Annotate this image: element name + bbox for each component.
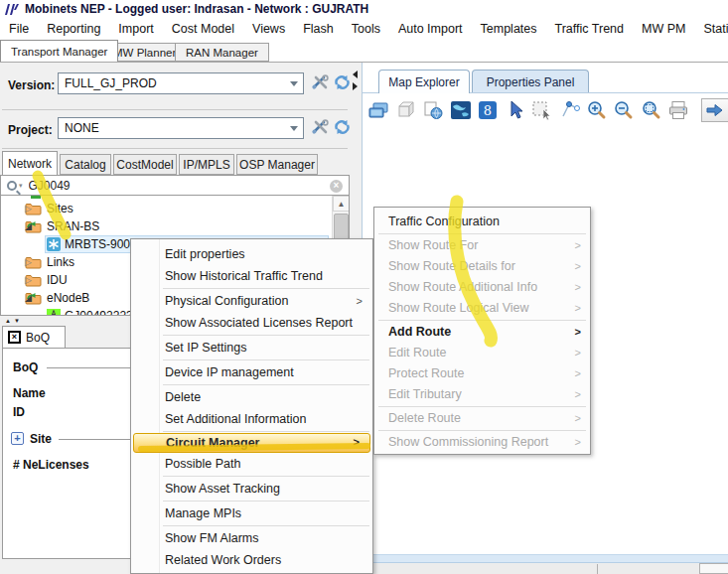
resize-grip[interactable] (699, 563, 728, 574)
project-refresh-icon[interactable] (332, 118, 352, 136)
submenu-item-edit-route: Edit Route > (374, 343, 590, 363)
project-combobox[interactable]: NONE (58, 117, 304, 139)
menu-item-physical-configuration[interactable]: Physical Configuration > (131, 290, 372, 312)
paste-map-icon[interactable] (421, 98, 445, 122)
collapse-right-icon[interactable] (353, 82, 358, 90)
tab-catalog[interactable]: Catalog (60, 154, 111, 175)
expand-plus-icon[interactable]: + (11, 432, 24, 445)
submenu-item-show-route-details-for: Show Route Details for > (374, 256, 590, 277)
scroll-up-icon[interactable]: ▲ (333, 196, 350, 212)
close-icon[interactable]: × (8, 331, 21, 344)
tab-map-explorer[interactable]: Map Explorer (378, 70, 470, 93)
folder-icon (25, 256, 42, 269)
select-area-icon[interactable] (530, 98, 554, 122)
menu-item-device-ip-management[interactable]: Device IP management (131, 361, 372, 383)
chevron-down-icon[interactable] (285, 118, 303, 138)
menu-cost-model[interactable]: Cost Model (163, 22, 243, 36)
tree-item-sites[interactable]: Sites (1, 200, 329, 217)
menu-import[interactable]: Import (109, 22, 162, 36)
google-earth-icon[interactable]: 8 (476, 98, 500, 122)
menu-static-elements[interactable]: Static Elements (694, 22, 728, 36)
submenu-arrow-icon: > (575, 256, 581, 277)
menu-item-label: Delete Route (388, 411, 461, 425)
zoom-out-icon[interactable] (612, 98, 636, 122)
menu-item-set-additional-information[interactable]: Set Additional Information (131, 408, 372, 430)
menu-item-show-asset-tracking[interactable]: Show Asset Tracking (131, 478, 372, 500)
tab-osp-manager[interactable]: OSP Manager (236, 154, 318, 175)
zoom-in-icon[interactable] (585, 98, 609, 122)
chevron-down-icon[interactable] (285, 73, 303, 93)
menu-item-related-work-orders[interactable]: Related Work Orders (131, 549, 372, 571)
tree-search-box: ▾ × (0, 175, 350, 196)
pointer-icon[interactable] (503, 98, 526, 122)
menu-item-show-fm-alarms[interactable]: Show FM Alarms (131, 527, 372, 549)
search-clear-icon[interactable]: × (330, 180, 343, 193)
tree-item-sran-bs[interactable]: SRAN-BS (1, 217, 329, 235)
layers-icon[interactable] (366, 98, 390, 122)
export-icon[interactable] (701, 98, 728, 122)
radio-site-icon (47, 237, 61, 251)
tree-item-label: Links (47, 255, 74, 269)
version-refresh-icon[interactable] (332, 73, 352, 91)
print-icon[interactable] (666, 98, 690, 122)
world-map-icon[interactable] (448, 98, 472, 122)
menu-item-edit-properties[interactable]: Edit properties (131, 243, 372, 265)
tab-properties-panel[interactable]: Properties Panel (472, 70, 589, 93)
search-input[interactable] (29, 179, 307, 193)
menu-item-delete[interactable]: Delete (131, 386, 372, 408)
zoom-fit-icon[interactable] (640, 98, 663, 122)
menu-reporting[interactable]: Reporting (38, 22, 109, 36)
app-logo-icon (4, 3, 19, 16)
clipped-tree-row (31, 196, 41, 199)
menu-views[interactable]: Views (243, 22, 294, 36)
map-horizontal-scrollbar[interactable] (363, 554, 728, 563)
collapse-left-icon[interactable] (353, 71, 358, 78)
menu-item-manage-mpis[interactable]: Manage MPIs (131, 502, 372, 524)
submenu-item-show-route-additional-info: Show Route Additional Info > (374, 277, 590, 298)
tab-costmodel[interactable]: CostModel (113, 154, 177, 175)
boq-site-label: Site (30, 432, 52, 446)
map-toolbar: 8 (366, 95, 728, 125)
menu-flash[interactable]: Flash (294, 22, 343, 36)
folder-sync-icon (25, 220, 42, 233)
submenu-item-add-route[interactable]: Add Route > (374, 322, 590, 343)
menu-item-label: Show Route Logical View (388, 301, 529, 315)
menu-item-show-associated-licenses-report[interactable]: Show Associated Licenses Report (131, 312, 372, 334)
tab-boq[interactable]: × BoQ (2, 326, 66, 348)
submenu-arrow-icon: > (575, 322, 581, 343)
submenu-arrow-icon: > (354, 433, 360, 451)
submenu-item-delete-route: Delete Route > (374, 408, 590, 429)
version-combobox[interactable]: FULL_GJ_PROD (58, 72, 304, 94)
3d-view-icon[interactable] (393, 98, 417, 122)
menu-item-set-ip-settings[interactable]: Set IP Settings (131, 337, 372, 359)
tab-network[interactable]: Network (2, 151, 58, 175)
submenu-item-edit-tributary: Edit Tributary > (374, 384, 590, 405)
tower-icon (47, 309, 61, 316)
version-tools-icon[interactable] (310, 73, 330, 91)
project-tools-icon[interactable] (310, 118, 330, 136)
menu-mw-pm[interactable]: MW PM (633, 22, 694, 36)
menu-item-circuit-manager[interactable]: Circuit Manager > (133, 433, 370, 453)
menu-file[interactable]: File (0, 22, 38, 36)
search-options-chevron-icon[interactable]: ▾ (19, 182, 23, 190)
submenu-item-traffic-configuration[interactable]: Traffic Configuration (374, 212, 590, 232)
menu-item-show-historical-traffic-trend[interactable]: Show Historical Traffic Trend (131, 265, 372, 287)
menu-auto-import[interactable]: Auto Import (389, 22, 472, 36)
menu-traffic-trend[interactable]: Traffic Trend (546, 22, 633, 36)
menu-item-label: Show Route For (388, 238, 478, 252)
draw-link-icon[interactable] (557, 98, 581, 122)
menu-templates[interactable]: Templates (472, 22, 546, 36)
tree-item-label: IDU (47, 273, 68, 287)
tab-transport-manager[interactable]: Transport Manager (0, 40, 118, 62)
tab-ran-manager[interactable]: RAN Manager (175, 43, 269, 62)
menu-tools[interactable]: Tools (343, 22, 389, 36)
tab-ip-mpls[interactable]: IP/MPLS (179, 154, 234, 175)
folder-icon (25, 274, 42, 287)
search-icon[interactable] (7, 181, 17, 191)
submenu-arrow-icon: > (575, 343, 581, 363)
tree-item-label: eNodeB (47, 291, 89, 305)
tree-item-label: Sites (47, 202, 73, 215)
submenu-arrow-icon: > (575, 235, 581, 256)
menu-item-possible-path[interactable]: Possible Path (131, 453, 372, 475)
submenu-item-show-route-logical-view: Show Route Logical View > (374, 298, 590, 319)
